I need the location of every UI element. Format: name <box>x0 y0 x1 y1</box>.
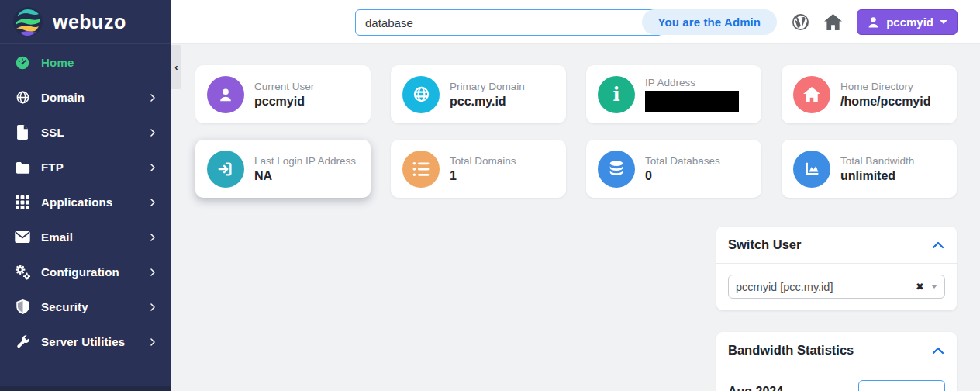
sidebar-item-ssl[interactable]: SSL <box>0 115 171 150</box>
sidebar-nav: Home Domain SSL FTP <box>0 44 171 359</box>
sidebar-item-label: Server Utilities <box>41 335 125 348</box>
card-current-user[interactable]: Current User pccmyid <box>195 65 371 123</box>
sidebar-item-label: Domain <box>41 91 85 104</box>
card-value: 1 <box>450 169 516 183</box>
brand-logo[interactable]: webuzo <box>0 0 171 44</box>
info-icon: i <box>598 76 635 113</box>
home-icon[interactable] <box>824 13 842 31</box>
sidebar-item-label: Security <box>41 300 88 313</box>
card-ip-address[interactable]: i IP Address <box>586 65 761 123</box>
sidebar-item-configuration[interactable]: Configuration <box>0 254 171 289</box>
globe-icon <box>402 76 440 113</box>
chevron-right-icon <box>148 233 157 242</box>
card-label: Total Bandwidth <box>840 155 914 167</box>
envelope-icon <box>14 229 31 246</box>
brand-name: webuzo <box>53 11 126 33</box>
chevron-right-icon <box>148 128 157 137</box>
folder-icon <box>14 159 31 176</box>
card-primary-domain[interactable]: Primary Domain pcc.my.id <box>391 65 566 123</box>
card-value: /home/pccmyid <box>840 95 930 109</box>
sidebar-item-email[interactable]: Email <box>0 220 171 254</box>
chevron-up-icon[interactable] <box>931 238 945 252</box>
panel-title: Bandwidth Statistics <box>728 343 854 358</box>
sidebar-item-label: Home <box>41 56 74 69</box>
card-total-databases[interactable]: Total Databases 0 <box>586 140 761 198</box>
sidebar-item-label: Email <box>41 230 73 244</box>
caret-down-icon <box>931 285 937 289</box>
list-icon <box>402 151 440 188</box>
admin-role-badge: You are the Admin <box>642 9 778 35</box>
sidebar-item-label: FTP <box>41 161 64 174</box>
gauge-icon <box>14 54 31 71</box>
sidebar: webuzo Home Domain SSL <box>0 0 171 391</box>
top-header: You are the Admin pccmyid <box>171 0 980 44</box>
globe-icon <box>14 89 31 106</box>
chevron-right-icon <box>148 268 157 277</box>
switch-user-select[interactable]: pccmyid [pcc.my.id] ✖ <box>728 275 945 299</box>
card-label: IP Address <box>645 77 739 88</box>
bandwidth-details-button[interactable] <box>858 380 945 391</box>
chevron-right-icon <box>148 198 157 207</box>
card-label: Last Login IP Address <box>254 155 356 167</box>
sidebar-scrollbar[interactable] <box>0 386 171 391</box>
sidebar-item-domain[interactable]: Domain <box>0 80 171 115</box>
sidebar-item-label: SSL <box>41 126 64 139</box>
sidebar-item-ftp[interactable]: FTP <box>0 150 171 185</box>
switch-user-panel: Switch User pccmyid [pcc.my.id] ✖ <box>716 227 957 310</box>
signin-icon <box>207 151 244 188</box>
redacted-ip-value <box>645 91 739 112</box>
card-value: 0 <box>645 169 720 183</box>
card-label: Total Domains <box>450 155 516 167</box>
sidebar-item-server-utilities[interactable]: Server Utilities <box>0 324 171 359</box>
bandwidth-statistics-panel: Bandwidth Statistics Aug 2024 <box>716 332 957 391</box>
wrench-icon <box>14 334 31 351</box>
bandwidth-period-label: Aug 2024 <box>728 385 783 391</box>
card-label: Home Directory <box>840 81 930 92</box>
chevron-up-icon[interactable] <box>931 344 945 358</box>
sidebar-item-home[interactable]: Home <box>0 45 171 80</box>
user-menu-button[interactable]: pccmyid <box>857 9 958 35</box>
chevron-right-icon <box>148 93 157 102</box>
bandwidth-header: Bandwidth Statistics <box>716 332 957 369</box>
card-total-domains[interactable]: Total Domains 1 <box>391 140 566 198</box>
card-last-login-ip[interactable]: Last Login IP Address NA <box>195 140 371 198</box>
chevron-right-icon <box>148 303 157 312</box>
clear-selection-icon[interactable]: ✖ <box>916 281 924 292</box>
sidebar-item-applications[interactable]: Applications <box>0 185 171 220</box>
chevron-right-icon <box>148 337 157 347</box>
database-icon <box>598 151 635 188</box>
user-icon <box>867 16 880 29</box>
card-label: Current User <box>254 81 314 92</box>
card-home-directory[interactable]: Home Directory /home/pccmyid <box>782 65 957 123</box>
webuzo-logo-icon <box>12 6 43 37</box>
card-value: unlimited <box>840 169 914 183</box>
shield-icon <box>14 299 31 316</box>
grid-icon <box>14 194 31 211</box>
card-value: pccmyid <box>254 95 314 109</box>
sidebar-collapse-toggle[interactable]: ‹ <box>171 45 181 89</box>
card-total-bandwidth[interactable]: Total Bandwidth unlimited <box>782 140 957 198</box>
sidebar-item-label: Configuration <box>41 265 119 279</box>
user-icon <box>207 76 244 113</box>
caret-down-icon <box>940 20 947 24</box>
user-menu-label: pccmyid <box>886 16 933 29</box>
panel-title: Switch User <box>728 237 801 252</box>
card-value: NA <box>254 169 356 183</box>
card-label: Total Databases <box>645 155 720 167</box>
sidebar-item-security[interactable]: Security <box>0 289 171 324</box>
home-icon <box>793 76 830 113</box>
header-right-group: You are the Admin pccmyid <box>642 0 958 44</box>
chart-icon <box>793 151 830 188</box>
file-icon <box>14 124 31 141</box>
card-value: pcc.my.id <box>450 95 525 109</box>
sidebar-item-label: Applications <box>41 196 112 209</box>
selected-user: pccmyid [pcc.my.id] <box>736 281 916 293</box>
chevron-right-icon <box>148 163 157 172</box>
wordpress-icon[interactable] <box>792 13 809 31</box>
search-input[interactable] <box>355 9 663 36</box>
stats-card-grid: Current User pccmyid Primary Domain pcc.… <box>195 65 957 198</box>
gears-icon <box>14 264 31 281</box>
card-label: Primary Domain <box>450 81 525 92</box>
switch-user-header: Switch User <box>716 227 957 264</box>
chevron-left-icon: ‹ <box>174 61 178 73</box>
